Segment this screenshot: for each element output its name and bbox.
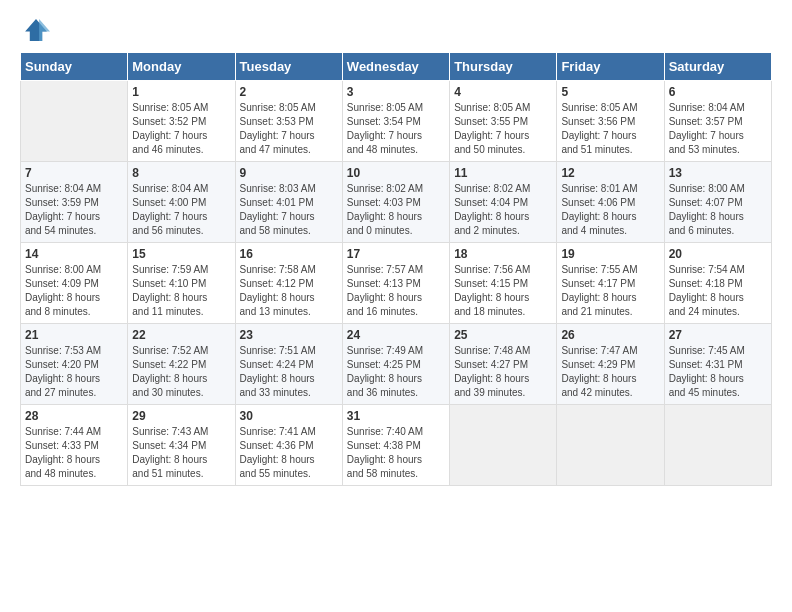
day-content: Sunrise: 8:01 AMSunset: 4:06 PMDaylight:… <box>561 182 659 238</box>
weekday-header-cell: Monday <box>128 53 235 81</box>
day-content: Sunrise: 8:02 AMSunset: 4:03 PMDaylight:… <box>347 182 445 238</box>
calendar-day-cell: 13Sunrise: 8:00 AMSunset: 4:07 PMDayligh… <box>664 162 771 243</box>
calendar-day-cell: 21Sunrise: 7:53 AMSunset: 4:20 PMDayligh… <box>21 324 128 405</box>
day-content: Sunrise: 8:05 AMSunset: 3:53 PMDaylight:… <box>240 101 338 157</box>
day-content: Sunrise: 8:03 AMSunset: 4:01 PMDaylight:… <box>240 182 338 238</box>
day-number: 1 <box>132 85 230 99</box>
calendar-header: SundayMondayTuesdayWednesdayThursdayFrid… <box>21 53 772 81</box>
calendar-day-cell: 6Sunrise: 8:04 AMSunset: 3:57 PMDaylight… <box>664 81 771 162</box>
day-number: 23 <box>240 328 338 342</box>
day-number: 2 <box>240 85 338 99</box>
day-content: Sunrise: 7:58 AMSunset: 4:12 PMDaylight:… <box>240 263 338 319</box>
calendar-day-cell: 20Sunrise: 7:54 AMSunset: 4:18 PMDayligh… <box>664 243 771 324</box>
day-number: 14 <box>25 247 123 261</box>
day-number: 8 <box>132 166 230 180</box>
calendar-day-cell: 18Sunrise: 7:56 AMSunset: 4:15 PMDayligh… <box>450 243 557 324</box>
day-number: 27 <box>669 328 767 342</box>
day-number: 29 <box>132 409 230 423</box>
calendar-day-cell: 30Sunrise: 7:41 AMSunset: 4:36 PMDayligh… <box>235 405 342 486</box>
calendar-day-cell: 26Sunrise: 7:47 AMSunset: 4:29 PMDayligh… <box>557 324 664 405</box>
day-number: 7 <box>25 166 123 180</box>
day-number: 25 <box>454 328 552 342</box>
calendar-body: 1Sunrise: 8:05 AMSunset: 3:52 PMDaylight… <box>21 81 772 486</box>
calendar-day-cell <box>21 81 128 162</box>
day-content: Sunrise: 7:49 AMSunset: 4:25 PMDaylight:… <box>347 344 445 400</box>
calendar-day-cell: 5Sunrise: 8:05 AMSunset: 3:56 PMDaylight… <box>557 81 664 162</box>
day-content: Sunrise: 7:56 AMSunset: 4:15 PMDaylight:… <box>454 263 552 319</box>
day-content: Sunrise: 7:43 AMSunset: 4:34 PMDaylight:… <box>132 425 230 481</box>
day-number: 30 <box>240 409 338 423</box>
day-number: 4 <box>454 85 552 99</box>
calendar-week-row: 1Sunrise: 8:05 AMSunset: 3:52 PMDaylight… <box>21 81 772 162</box>
calendar-day-cell: 2Sunrise: 8:05 AMSunset: 3:53 PMDaylight… <box>235 81 342 162</box>
day-content: Sunrise: 7:40 AMSunset: 4:38 PMDaylight:… <box>347 425 445 481</box>
day-number: 11 <box>454 166 552 180</box>
day-content: Sunrise: 8:00 AMSunset: 4:07 PMDaylight:… <box>669 182 767 238</box>
calendar-day-cell: 27Sunrise: 7:45 AMSunset: 4:31 PMDayligh… <box>664 324 771 405</box>
logo <box>20 16 54 44</box>
calendar-day-cell: 29Sunrise: 7:43 AMSunset: 4:34 PMDayligh… <box>128 405 235 486</box>
day-content: Sunrise: 7:44 AMSunset: 4:33 PMDaylight:… <box>25 425 123 481</box>
day-content: Sunrise: 7:45 AMSunset: 4:31 PMDaylight:… <box>669 344 767 400</box>
day-number: 6 <box>669 85 767 99</box>
weekday-header-cell: Tuesday <box>235 53 342 81</box>
day-content: Sunrise: 8:05 AMSunset: 3:56 PMDaylight:… <box>561 101 659 157</box>
weekday-header-cell: Sunday <box>21 53 128 81</box>
calendar-day-cell: 24Sunrise: 7:49 AMSunset: 4:25 PMDayligh… <box>342 324 449 405</box>
calendar-day-cell: 7Sunrise: 8:04 AMSunset: 3:59 PMDaylight… <box>21 162 128 243</box>
calendar-day-cell: 8Sunrise: 8:04 AMSunset: 4:00 PMDaylight… <box>128 162 235 243</box>
weekday-header-row: SundayMondayTuesdayWednesdayThursdayFrid… <box>21 53 772 81</box>
calendar-day-cell: 12Sunrise: 8:01 AMSunset: 4:06 PMDayligh… <box>557 162 664 243</box>
calendar-day-cell: 4Sunrise: 8:05 AMSunset: 3:55 PMDaylight… <box>450 81 557 162</box>
calendar-day-cell: 15Sunrise: 7:59 AMSunset: 4:10 PMDayligh… <box>128 243 235 324</box>
logo-icon <box>22 16 50 44</box>
weekday-header-cell: Saturday <box>664 53 771 81</box>
day-number: 28 <box>25 409 123 423</box>
calendar-day-cell: 3Sunrise: 8:05 AMSunset: 3:54 PMDaylight… <box>342 81 449 162</box>
day-number: 21 <box>25 328 123 342</box>
day-content: Sunrise: 7:57 AMSunset: 4:13 PMDaylight:… <box>347 263 445 319</box>
page-header <box>20 16 772 44</box>
calendar-day-cell <box>557 405 664 486</box>
day-content: Sunrise: 7:47 AMSunset: 4:29 PMDaylight:… <box>561 344 659 400</box>
weekday-header-cell: Friday <box>557 53 664 81</box>
day-content: Sunrise: 8:04 AMSunset: 3:59 PMDaylight:… <box>25 182 123 238</box>
calendar-week-row: 28Sunrise: 7:44 AMSunset: 4:33 PMDayligh… <box>21 405 772 486</box>
calendar-day-cell: 17Sunrise: 7:57 AMSunset: 4:13 PMDayligh… <box>342 243 449 324</box>
day-number: 18 <box>454 247 552 261</box>
calendar-day-cell: 16Sunrise: 7:58 AMSunset: 4:12 PMDayligh… <box>235 243 342 324</box>
svg-marker-1 <box>39 19 50 41</box>
calendar-week-row: 21Sunrise: 7:53 AMSunset: 4:20 PMDayligh… <box>21 324 772 405</box>
calendar-day-cell: 28Sunrise: 7:44 AMSunset: 4:33 PMDayligh… <box>21 405 128 486</box>
day-content: Sunrise: 7:48 AMSunset: 4:27 PMDaylight:… <box>454 344 552 400</box>
day-content: Sunrise: 8:00 AMSunset: 4:09 PMDaylight:… <box>25 263 123 319</box>
calendar-week-row: 14Sunrise: 8:00 AMSunset: 4:09 PMDayligh… <box>21 243 772 324</box>
weekday-header-cell: Thursday <box>450 53 557 81</box>
day-number: 24 <box>347 328 445 342</box>
day-number: 19 <box>561 247 659 261</box>
day-content: Sunrise: 8:02 AMSunset: 4:04 PMDaylight:… <box>454 182 552 238</box>
day-number: 13 <box>669 166 767 180</box>
day-number: 12 <box>561 166 659 180</box>
calendar-week-row: 7Sunrise: 8:04 AMSunset: 3:59 PMDaylight… <box>21 162 772 243</box>
day-number: 16 <box>240 247 338 261</box>
calendar-day-cell: 10Sunrise: 8:02 AMSunset: 4:03 PMDayligh… <box>342 162 449 243</box>
calendar-day-cell: 19Sunrise: 7:55 AMSunset: 4:17 PMDayligh… <box>557 243 664 324</box>
day-number: 5 <box>561 85 659 99</box>
day-number: 17 <box>347 247 445 261</box>
calendar-day-cell: 23Sunrise: 7:51 AMSunset: 4:24 PMDayligh… <box>235 324 342 405</box>
day-content: Sunrise: 7:51 AMSunset: 4:24 PMDaylight:… <box>240 344 338 400</box>
day-content: Sunrise: 7:55 AMSunset: 4:17 PMDaylight:… <box>561 263 659 319</box>
day-content: Sunrise: 7:54 AMSunset: 4:18 PMDaylight:… <box>669 263 767 319</box>
day-content: Sunrise: 8:04 AMSunset: 4:00 PMDaylight:… <box>132 182 230 238</box>
weekday-header-cell: Wednesday <box>342 53 449 81</box>
calendar-day-cell: 22Sunrise: 7:52 AMSunset: 4:22 PMDayligh… <box>128 324 235 405</box>
day-content: Sunrise: 8:05 AMSunset: 3:52 PMDaylight:… <box>132 101 230 157</box>
calendar-day-cell <box>450 405 557 486</box>
calendar-day-cell <box>664 405 771 486</box>
day-number: 9 <box>240 166 338 180</box>
day-content: Sunrise: 7:52 AMSunset: 4:22 PMDaylight:… <box>132 344 230 400</box>
calendar-day-cell: 25Sunrise: 7:48 AMSunset: 4:27 PMDayligh… <box>450 324 557 405</box>
calendar-day-cell: 11Sunrise: 8:02 AMSunset: 4:04 PMDayligh… <box>450 162 557 243</box>
calendar-day-cell: 1Sunrise: 8:05 AMSunset: 3:52 PMDaylight… <box>128 81 235 162</box>
